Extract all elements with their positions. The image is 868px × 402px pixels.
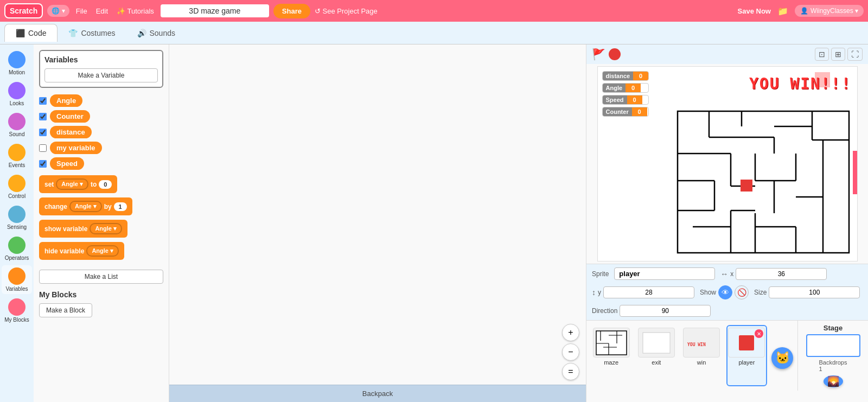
scripts-area[interactable]: + − = Backpack [169,44,586,402]
project-title-input[interactable] [161,4,269,17]
share-button[interactable]: Share [273,4,310,18]
fullscreen-button[interactable]: ⛶ [847,48,863,61]
var-checkbox-distance[interactable] [39,129,47,136]
sidebar-item-motion[interactable]: Motion [2,49,32,78]
sprite-thumb-win[interactable]: YOU WIN win [681,325,722,386]
direction-input[interactable] [620,305,711,317]
make-list-button[interactable]: Make a List [39,270,163,284]
normal-stage-button[interactable]: ⊞ [831,48,845,61]
show-off-button[interactable]: 🚫 [735,285,749,299]
backdrops-text: Backdrops [819,359,847,366]
x-input[interactable] [736,268,827,280]
account-button[interactable]: 👤 WiingyClasses ▾ [795,5,864,17]
var-row-counter: Counter [39,110,163,123]
block-row-hide: hide variable Angle ▾ [39,242,163,260]
sidebar-item-looks[interactable]: Looks [2,80,32,109]
var-monitor-angle-name: Angle [603,84,626,92]
tab-code-label: Code [28,29,46,37]
block-change-value[interactable]: 1 [114,202,127,211]
var-monitor-counter: Counter 0 [602,107,649,117]
size-input[interactable] [769,286,860,298]
sidebar-label-motion: Motion [9,69,25,75]
var-pill-myvariable[interactable]: my variable [50,142,102,154]
var-pill-speed[interactable]: Speed [50,157,84,170]
make-variable-button[interactable]: Make a Variable [44,68,158,82]
sprite-thumb-player[interactable]: ✕ player [726,325,767,386]
sidebar-item-sound[interactable]: Sound [2,111,32,139]
block-set-value[interactable]: 0 [99,180,112,189]
block-set-var[interactable]: Angle ▾ [56,178,88,190]
block-change-text: change [44,203,67,210]
globe-button[interactable]: 🌐 ▾ [47,5,69,17]
block-show-var[interactable]: Angle ▾ [90,223,122,234]
file-menu[interactable]: File [74,7,90,15]
stage-thumbnail[interactable] [806,334,860,357]
motion-circle [8,51,25,68]
maze-svg [676,110,850,254]
sidebar-item-control[interactable]: Control [2,173,32,201]
sidebar-item-myblocks[interactable]: My Blocks [2,296,32,325]
var-monitor-angle-value: 0 [626,84,641,92]
var-checkbox-angle[interactable] [39,97,47,105]
var-pill-distance[interactable]: distance [50,126,92,138]
var-checkbox-counter[interactable] [39,113,47,120]
my-blocks-title: My Blocks [39,290,163,299]
sprite-thumb-img-win: YOU WIN [683,328,720,358]
backpack-bar[interactable]: Backpack [169,385,586,402]
stop-button[interactable] [609,48,621,60]
var-pill-counter[interactable]: Counter [50,110,90,123]
var-monitor-speed-value: 0 [627,95,642,104]
y-coord-group: ↕ y [592,286,694,298]
zoom-out-button[interactable]: − [562,343,579,361]
block-change-by: by [104,203,112,210]
y-input[interactable] [603,286,694,298]
tab-costumes[interactable]: 👕 Costumes [58,24,126,42]
var-row-speed: Speed [39,157,163,170]
save-now-button[interactable]: Save Now [738,7,771,15]
zoom-reset-button[interactable]: = [562,363,579,380]
backdrops-count: 1 [819,366,822,372]
block-change[interactable]: change Angle ▾ by 1 [39,197,132,215]
block-change-var[interactable]: Angle ▾ [69,201,102,212]
block-hide[interactable]: hide variable Angle ▾ [39,242,124,260]
folder-button[interactable]: 📁 [777,6,788,16]
delete-sprite-button[interactable]: ✕ [755,329,763,338]
add-sprite-button[interactable]: 🐱 [771,347,793,369]
sidebar-item-events[interactable]: Events [2,142,32,170]
stage-play-controls: 🚩 [592,48,621,61]
var-checkbox-speed[interactable] [39,160,47,168]
sidebar-item-variables[interactable]: Variables [2,265,32,294]
size-group: Size [754,286,860,298]
sprite-name-input[interactable] [614,267,715,280]
sound-circle [8,113,25,130]
show-on-button[interactable]: 👁 [718,285,732,299]
tab-sounds[interactable]: 🔊 Sounds [126,24,186,42]
sidebar-item-sensing[interactable]: Sensing [2,203,32,232]
see-project-button[interactable]: ↺ See Project Page [315,7,378,15]
tutorials-button[interactable]: ✨ Tutorials [114,7,156,15]
sprite-thumb-exit[interactable]: exit [636,325,676,386]
blocks-panel: Variables Make a Variable Angle Counter … [34,44,169,402]
var-checkbox-myvariable[interactable] [39,144,47,152]
make-block-button[interactable]: Make a Block [39,303,92,317]
sprite-info: Sprite ↔ x ↕ y Show 👁 🚫 Size [586,264,868,320]
tab-code[interactable]: ⬛ Code [4,24,58,42]
sidebar-item-operators[interactable]: Operators [2,234,32,263]
stage-canvas-inner: distance 0 Angle 0 Speed 0 Counter 0 [598,67,857,261]
block-hide-var[interactable]: Angle ▾ [86,245,119,257]
sprite-thumb-maze[interactable]: maze [591,325,631,386]
tabbar: ⬛ Code 👕 Costumes 🔊 Sounds [0,22,868,44]
green-flag-button[interactable]: 🚩 [592,48,605,61]
code-icon: ⬛ [16,29,25,37]
y-axis-icon: ↕ [592,288,596,297]
zoom-in-button[interactable]: + [562,324,579,341]
block-set[interactable]: set Angle ▾ to 0 [39,175,117,193]
var-pill-angle[interactable]: Angle [50,94,82,107]
edit-menu[interactable]: Edit [94,7,110,15]
right-edge-bar [853,151,857,194]
x-label: x [730,270,733,278]
add-backdrop-button[interactable]: 🌄 [824,375,843,387]
block-show[interactable]: show variable Angle ▾ [39,220,127,238]
direction-group: Direction [592,305,711,317]
small-stage-button[interactable]: ⊡ [815,48,829,61]
